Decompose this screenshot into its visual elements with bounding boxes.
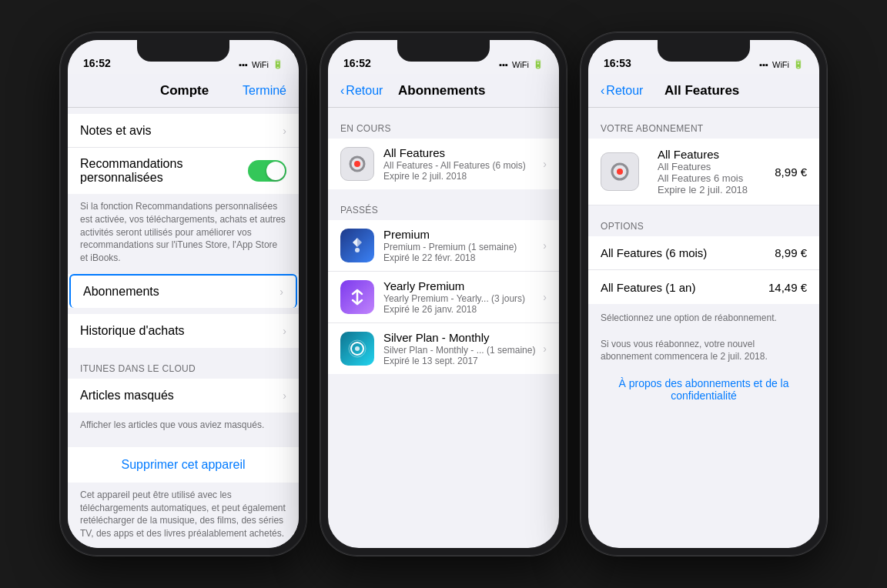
yearly-info: Yearly Premium Yearly Premium - Yearly..… <box>383 279 543 315</box>
option-1-price: 14,49 € <box>768 281 807 294</box>
supprimer-group: Supprimer cet appareil <box>68 447 299 483</box>
silver-expire: Expiré le 13 sept. 2017 <box>383 356 543 366</box>
past-subs-group: Premium Premium - Premium (1 semaine) Ex… <box>328 220 559 374</box>
premium-chevron: › <box>543 239 547 252</box>
wifi-icon: WiFi <box>252 60 269 69</box>
option-0[interactable]: All Features (6 mois) 8,99 € <box>588 236 819 270</box>
notes-chevron: › <box>283 125 286 137</box>
privacy-link[interactable]: À propos des abonnements et de la confid… <box>588 371 819 413</box>
nav-action-1[interactable]: Terminé <box>243 84 286 98</box>
back-chevron-2: ‹ <box>340 84 344 98</box>
nav-bar-2: ‹ Retour Abonnements <box>328 74 559 108</box>
historique-item[interactable]: Historique d'achats › <box>68 314 299 348</box>
current-sub-name: All Features <box>383 146 543 159</box>
svg-point-2 <box>354 161 360 167</box>
status-icons-1: ▪▪▪ WiFi 🔋 <box>239 59 283 71</box>
time-3: 16:53 <box>604 57 631 71</box>
current-sub-chevron: › <box>543 158 547 170</box>
status-icons-3: ▪▪▪ WiFi 🔋 <box>759 59 804 71</box>
notes-item[interactable]: Notes et avis › <box>68 114 299 148</box>
feature-line1: All Features <box>658 161 765 172</box>
past-sub-2[interactable]: Silver Plan - Monthly Silver Plan - Mont… <box>328 323 559 374</box>
screen-content-3[interactable]: VOTRE ABONNEMENT All Features Al <box>588 108 819 548</box>
screen-3: 16:53 ▪▪▪ WiFi 🔋 ‹ Retour All Features V… <box>588 40 819 548</box>
current-sub-details: All Features - All Features (6 mois) <box>383 160 543 171</box>
past-sub-0[interactable]: Premium Premium - Premium (1 semaine) Ex… <box>328 220 559 272</box>
phone-1: 16:52 ▪▪▪ WiFi 🔋 Compte Terminé Notes et… <box>60 32 306 556</box>
premium-name: Premium <box>383 228 543 241</box>
current-sub-expire: Expire le 2 juil. 2018 <box>383 171 543 182</box>
back-label-2: Retour <box>346 84 383 98</box>
current-sub-group: All Features All Features - All Features… <box>328 139 559 189</box>
articles-chevron: › <box>283 389 286 402</box>
past-sub-1[interactable]: Yearly Premium Yearly Premium - Yearly..… <box>328 272 559 323</box>
back-label-3: Retour <box>606 84 643 98</box>
phone-2: 16:52 ▪▪▪ WiFi 🔋 ‹ Retour Abonnements EN… <box>320 32 567 556</box>
signal-icon: ▪▪▪ <box>239 60 248 69</box>
renewal-text: Sélectionnez une option de réabonnement.… <box>588 304 819 371</box>
reco-label: Recommandations personnalisées <box>80 157 248 185</box>
feature-icon <box>601 152 639 191</box>
silver-icon <box>340 332 374 366</box>
screen-content-1[interactable]: Notes et avis › Recommandations personna… <box>68 108 299 548</box>
yearly-name: Yearly Premium <box>383 279 543 292</box>
yearly-chevron: › <box>543 291 547 303</box>
renewal-line1: Sélectionnez une option de réabonnement. <box>601 312 777 323</box>
yearly-expire: Expiré le 26 janv. 2018 <box>383 304 543 315</box>
renewal-line2: Si vous vous réabonnez, votre nouvel abo… <box>601 339 768 362</box>
feature-name: All Features <box>658 148 765 161</box>
feature-header: All Features All Features All Features 6… <box>588 139 819 205</box>
current-sub-icon <box>340 147 374 181</box>
abonnements-item[interactable]: Abonnements › <box>69 274 297 308</box>
feature-price: 8,99 € <box>775 165 807 179</box>
historique-label: Historique d'achats <box>80 324 283 338</box>
itunes-cloud-header: ITUNES DANS LE CLOUD <box>68 348 299 379</box>
option-1-label: All Features (1 an) <box>601 281 695 294</box>
svg-point-3 <box>355 248 360 252</box>
notch-1 <box>137 40 229 62</box>
screen-content-2[interactable]: EN COURS All Features All Featur <box>328 108 559 548</box>
battery-icon-3: 🔋 <box>793 59 804 69</box>
nav-bar-1: Compte Terminé <box>68 74 299 108</box>
votre-header: VOTRE ABONNEMENT <box>588 108 819 139</box>
historique-group: Historique d'achats › <box>68 314 299 348</box>
reco-toggle[interactable] <box>248 160 286 182</box>
feature-info: All Features All Features All Features 6… <box>658 148 765 195</box>
back-button-3[interactable]: ‹ Retour <box>601 84 643 98</box>
articles-description: Afficher les articles que vous aviez mas… <box>68 413 299 441</box>
screen-1: 16:52 ▪▪▪ WiFi 🔋 Compte Terminé Notes et… <box>68 40 299 548</box>
en-cours-header: EN COURS <box>328 108 559 139</box>
articles-item[interactable]: Articles masqués › <box>68 379 299 413</box>
wifi-icon-3: WiFi <box>772 60 789 69</box>
battery-icon-2: 🔋 <box>533 59 544 69</box>
reco-item[interactable]: Recommandations personnalisées <box>68 148 299 194</box>
current-sub-item[interactable]: All Features All Features - All Features… <box>328 139 559 189</box>
yearly-icon <box>340 280 374 314</box>
phone-3: 16:53 ▪▪▪ WiFi 🔋 ‹ Retour All Features V… <box>581 32 827 556</box>
screen-2: 16:52 ▪▪▪ WiFi 🔋 ‹ Retour Abonnements EN… <box>328 40 559 548</box>
nav-title-1: Compte <box>126 83 243 99</box>
options-group: All Features (6 mois) 8,99 € All Feature… <box>588 236 819 304</box>
list-group-account: Notes et avis › Recommandations personna… <box>68 114 299 194</box>
options-header: OPTIONS <box>588 205 819 236</box>
silver-details: Silver Plan - Monthly - ... (1 semaine) <box>383 345 543 356</box>
option-1[interactable]: All Features (1 an) 14,49 € <box>588 270 819 304</box>
historique-chevron: › <box>283 325 286 337</box>
status-icons-2: ▪▪▪ WiFi 🔋 <box>499 59 544 71</box>
articles-group: Articles masqués › <box>68 379 299 413</box>
nav-title-3: All Features <box>643 83 761 99</box>
signal-icon-2: ▪▪▪ <box>499 60 508 69</box>
back-button-2[interactable]: ‹ Retour <box>340 84 383 98</box>
supprimer-link[interactable]: Supprimer cet appareil <box>68 447 299 483</box>
nav-title-2: Abonnements <box>383 83 500 99</box>
abonnements-label: Abonnements <box>83 285 279 299</box>
option-0-label: All Features (6 mois) <box>601 246 707 259</box>
feature-line2: All Features 6 mois <box>658 172 765 184</box>
reco-description: Si la fonction Recommandations personnal… <box>68 194 299 274</box>
articles-label: Articles masqués <box>80 389 283 403</box>
premium-icon <box>340 229 374 262</box>
notch-2 <box>397 40 490 62</box>
feature-header-row: All Features All Features All Features 6… <box>601 148 807 195</box>
time-2: 16:52 <box>343 57 371 71</box>
premium-expire: Expiré le 22 févr. 2018 <box>383 252 543 263</box>
